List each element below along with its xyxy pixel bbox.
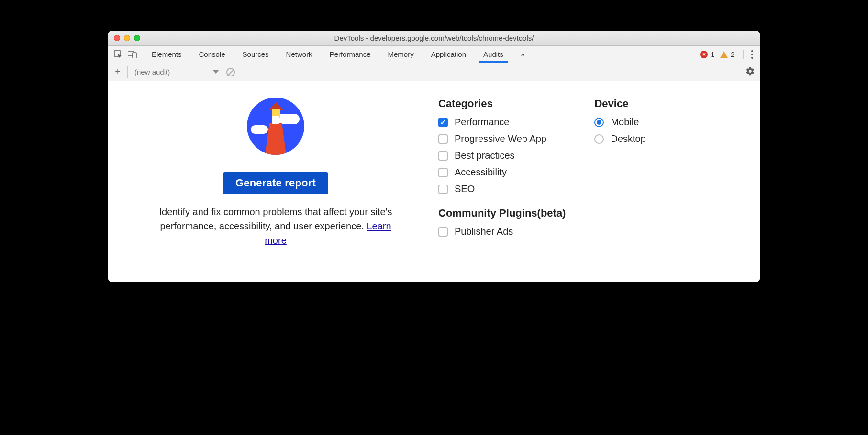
tab-application[interactable]: Application	[423, 46, 475, 63]
chevron-down-icon	[213, 70, 219, 74]
checkbox-icon	[438, 151, 448, 161]
radio-icon	[594, 134, 604, 144]
tab-memory[interactable]: Memory	[379, 46, 423, 63]
tab-sources[interactable]: Sources	[234, 46, 278, 63]
categories-heading: Categories	[438, 98, 566, 110]
option-label: Progressive Web App	[455, 133, 546, 144]
audits-toolbar: + (new audit)	[108, 63, 760, 81]
inspect-tools	[108, 46, 143, 63]
audits-panel: Generate report Identify and fix common …	[108, 81, 760, 282]
category-accessibility[interactable]: Accessibility	[438, 167, 566, 178]
maximize-window-button[interactable]	[134, 35, 140, 41]
plugin-publisher-ads[interactable]: Publisher Ads	[438, 226, 566, 237]
close-window-button[interactable]	[114, 35, 120, 41]
generate-report-button[interactable]: Generate report	[223, 172, 328, 194]
description-text: Identify and fix common problems that af…	[159, 207, 392, 231]
option-label: Best practices	[455, 150, 515, 161]
option-label: Accessibility	[455, 167, 507, 178]
categories-column: Categories Performance Progressive Web A…	[438, 98, 566, 249]
clear-button[interactable]	[226, 68, 235, 76]
devtools-window: DevTools - developers.google.com/web/too…	[108, 31, 760, 282]
error-count: 1	[711, 51, 714, 58]
audits-options: Categories Performance Progressive Web A…	[438, 96, 741, 249]
category-seo[interactable]: SEO	[438, 184, 566, 195]
device-desktop[interactable]: Desktop	[594, 133, 645, 144]
minimize-window-button[interactable]	[124, 35, 130, 41]
tab-elements[interactable]: Elements	[143, 46, 190, 63]
svg-rect-2	[133, 53, 136, 58]
option-label: Publisher Ads	[455, 226, 513, 237]
device-mobile[interactable]: Mobile	[594, 117, 645, 128]
checkbox-icon	[438, 118, 448, 127]
checkbox-icon	[438, 168, 448, 177]
checkbox-icon	[438, 227, 448, 237]
devtools-tabstrip: Elements Console Sources Network Perform…	[108, 46, 760, 63]
audits-intro: Generate report Identify and fix common …	[127, 96, 424, 249]
traffic-lights	[114, 35, 140, 41]
checkbox-icon	[438, 185, 448, 194]
tab-console[interactable]: Console	[190, 46, 234, 63]
inspect-element-icon[interactable]	[113, 49, 123, 60]
category-performance[interactable]: Performance	[438, 117, 566, 128]
toggle-device-toolbar-icon[interactable]	[127, 49, 138, 60]
plugins-group: Community Plugins(beta) Publisher Ads	[438, 207, 566, 237]
option-label: Desktop	[611, 133, 645, 144]
titlebar: DevTools - developers.google.com/web/too…	[108, 31, 760, 46]
lighthouse-logo	[247, 98, 304, 155]
tabs-overflow-button[interactable]: »	[512, 46, 533, 63]
audit-selector-dropdown[interactable]: (new audit)	[127, 66, 219, 78]
tab-performance[interactable]: Performance	[321, 46, 379, 63]
more-options-button[interactable]	[749, 48, 755, 61]
new-audit-button[interactable]: +	[113, 66, 122, 77]
option-label: SEO	[455, 184, 475, 195]
category-pwa[interactable]: Progressive Web App	[438, 133, 566, 144]
panel-tabs: Elements Console Sources Network Perform…	[143, 46, 533, 63]
category-best-practices[interactable]: Best practices	[438, 150, 566, 161]
warning-count: 2	[731, 51, 734, 58]
categories-group: Categories Performance Progressive Web A…	[438, 98, 566, 195]
tab-audits[interactable]: Audits	[475, 46, 512, 63]
tab-network[interactable]: Network	[278, 46, 321, 63]
warning-badge-icon[interactable]	[720, 51, 728, 58]
audits-description: Identify and fix common problems that af…	[149, 205, 402, 248]
error-badge-icon[interactable]	[700, 51, 708, 58]
tabstrip-right: 1 2	[700, 48, 760, 61]
radio-icon	[594, 118, 604, 127]
checkbox-icon	[438, 134, 448, 144]
device-group: Device Mobile Desktop	[594, 98, 645, 249]
option-label: Mobile	[611, 117, 639, 128]
divider	[743, 50, 744, 59]
audit-selector-label: (new audit)	[134, 68, 170, 76]
option-label: Performance	[455, 117, 510, 128]
settings-gear-icon[interactable]	[746, 66, 755, 78]
plugins-heading: Community Plugins(beta)	[438, 207, 566, 219]
window-title: DevTools - developers.google.com/web/too…	[108, 34, 760, 42]
device-heading: Device	[594, 98, 645, 110]
